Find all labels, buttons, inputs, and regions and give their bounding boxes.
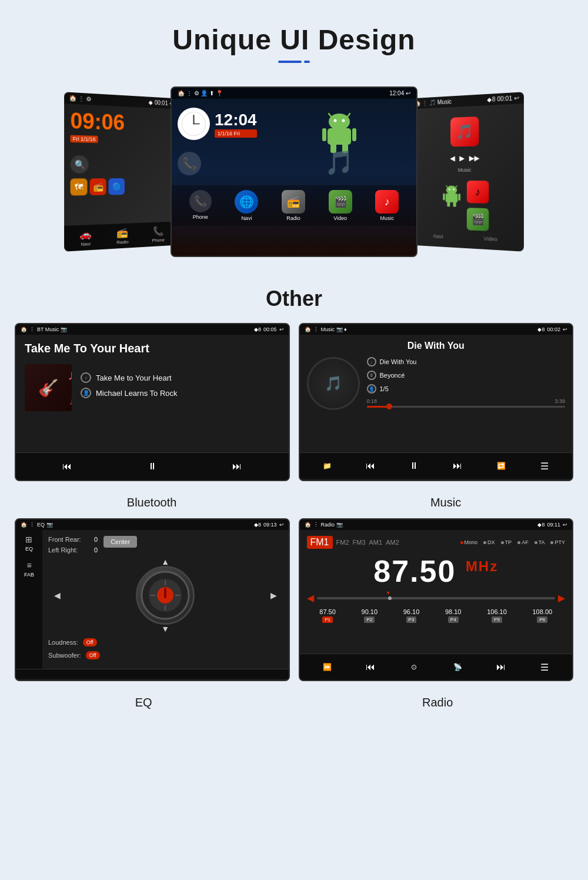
music-prev-button[interactable]: ⏮ (362, 457, 379, 475)
eq-sidebar-fab[interactable]: ≡ FAB (24, 561, 34, 578)
center-app-music[interactable]: ♪ Music (375, 190, 399, 221)
bt-info: ♪ Take Me to Your Heart 👤 Michael Learns… (81, 372, 280, 403)
radio-preset-1[interactable]: 87.50 P1 (319, 608, 336, 623)
center-wifi-icon: ⚙ (194, 90, 199, 96)
eq-top-area: Front Rear: 0 Left Right: 0 Center (48, 536, 283, 557)
knob-down-arrow[interactable]: ▼ (161, 624, 169, 634)
left-search-icon[interactable]: 🔍 (71, 155, 89, 174)
radio-band-fm2[interactable]: FM2 (336, 539, 349, 546)
bt-label: BT Music 📷 (37, 326, 67, 332)
center-app-radio[interactable]: 📻 Radio (282, 190, 305, 221)
nav-item-car[interactable]: 🚗 Navi (79, 228, 91, 247)
radio-label-text: Radio (422, 696, 453, 709)
radio-seek-left[interactable]: ◀ (307, 592, 314, 604)
radio-band-am2[interactable]: AM2 (386, 539, 399, 546)
center-status-bar: 🏠 ⋮ ⚙ 👤 ⬆ 📍 12:04 ↩ (172, 88, 416, 99)
right-prev-icon[interactable]: ◀ (450, 154, 455, 162)
music-progress-thumb (386, 404, 392, 409)
music-album-icon: 🎵 (325, 375, 342, 392)
radio-prev-button[interactable]: ⏮ (362, 658, 379, 676)
right-time: 00:01 (497, 95, 512, 102)
left-day: Fri (73, 136, 79, 142)
bt-prev-button[interactable]: ⏮ (58, 458, 76, 475)
right-video-icon[interactable]: 🎬 (467, 208, 489, 231)
eq-bottom-bar (16, 669, 289, 679)
header-section: Unique UI Design (0, 0, 588, 75)
eq-time: 09:13 (263, 522, 277, 528)
preset-2-freq: 90.10 (362, 608, 378, 615)
nav-item-radio[interactable]: 📻 Radio (116, 227, 128, 245)
navi-app-icon[interactable]: 🗺 (71, 178, 88, 195)
center-app-navi[interactable]: 🌐 Navi (235, 190, 258, 221)
radio-preset-5[interactable]: 106.10 P5 (487, 608, 507, 623)
radio-preset-4[interactable]: 98.10 P4 (445, 608, 462, 623)
music-status-label: Music 📷 ♦ (321, 326, 347, 332)
knob-up-arrow[interactable]: ▲ (161, 557, 169, 566)
center-app-phone[interactable]: 📞 Phone (189, 190, 212, 221)
radio-preset-3[interactable]: 96.10 P3 (403, 608, 420, 623)
radio-band-fm1[interactable]: FM1 (307, 536, 333, 549)
bt-album-art-inner: 🎸 (38, 378, 59, 398)
radio-menu-button[interactable]: ☰ (536, 658, 553, 676)
eq-status-bar: 🏠 ⋮ EQ 📷 ◆8 09:13 ↩ (16, 519, 289, 530)
location-icon: ◆ (149, 99, 153, 105)
left-datestr: 1/1/16 (81, 136, 95, 142)
music-next-button[interactable]: ⏭ (449, 457, 466, 475)
bt-app-icon[interactable]: 🔵 (109, 178, 125, 195)
preset-1-freq: 87.50 (319, 608, 336, 615)
radio-home-button[interactable]: ⊙ (405, 658, 423, 676)
radio-menu-icon: ⋮ (313, 522, 319, 528)
music-status-right: ◆8 00:02 ↩ (537, 326, 567, 332)
radio-preset-6[interactable]: 108.00 P6 (532, 608, 552, 623)
right-next-icon[interactable]: ▶▶ (469, 154, 480, 162)
eq-subwoofer-toggle[interactable]: Off (86, 651, 100, 659)
radio-band-tabs: FM1 FM2 FM3 AM1 AM2 Mono DX TP AF TA PTY (307, 536, 566, 549)
bt-main: Take Me To Your Heart 🎸 ♪ ♫ ♪ Take Me to… (16, 335, 289, 452)
eq-loudness-toggle[interactable]: Off (83, 638, 97, 646)
phone-app[interactable]: 📞 (178, 152, 201, 175)
music-time: 00:02 (547, 326, 560, 332)
eq-back-icon: ↩ (279, 522, 284, 528)
eq-center-button[interactable]: Center (103, 536, 137, 548)
radio-preset-2[interactable]: 90.10 P2 (362, 608, 378, 623)
knob-left-arrow[interactable]: ◀ (54, 591, 61, 600)
preset-4-badge: P4 (448, 616, 459, 623)
knob-right-arrow[interactable]: ▶ (270, 591, 277, 600)
center-app-video[interactable]: 🎬 Video (329, 190, 352, 221)
clock-svg (181, 111, 207, 137)
svg-point-15 (446, 185, 457, 194)
radio-next-button[interactable]: ⏭ (492, 658, 510, 676)
fab-icon: ≡ (26, 561, 31, 570)
music-pause-button[interactable]: ⏸ (405, 457, 423, 475)
radio-opt-pty: PTY (550, 539, 565, 545)
right-menu-icon: ⋮ (422, 100, 427, 106)
bt-pause-button[interactable]: ⏸ (143, 458, 161, 475)
eq-sidebar-eq[interactable]: ⊞ EQ (25, 535, 33, 552)
radio-app-icon[interactable]: 📻 (90, 178, 106, 195)
music-artist-icon: 🎙 (367, 371, 376, 380)
music-repeat-button[interactable]: 🔁 (492, 457, 510, 475)
music-progress-track[interactable] (367, 406, 566, 408)
radio-freq-display: 87.50 MHz (307, 554, 566, 589)
bt-artist-name: Michael Learns To Rock (96, 389, 178, 398)
radio-device-card: 🏠 ⋮ Radio 📷 ◆8 09:11 ↩ FM1 FM2 FM3 AM1 A… (299, 518, 574, 681)
radio-fav-button[interactable]: ⏩ (318, 658, 336, 676)
right-music-icon-2[interactable]: ♪ (467, 181, 489, 204)
right-play-icon[interactable]: ▶ (459, 154, 465, 162)
music-track-title: Die With You (307, 341, 566, 351)
radio-seek-right[interactable]: ▶ (558, 592, 565, 604)
radio-seek-track[interactable]: ▼ (317, 597, 556, 599)
bt-next-button[interactable]: ⏭ (228, 458, 246, 475)
music-track-num: 1/5 (380, 385, 389, 392)
radio-antenna-button[interactable]: 📡 (449, 658, 466, 676)
music-folder-button[interactable]: 📁 (318, 457, 336, 475)
right-nav-labels: Navi Video (415, 232, 519, 246)
nav-item-phone[interactable]: 📞 Phone (152, 225, 165, 243)
center-android-section: 🎵 (269, 108, 410, 176)
music-list-button[interactable]: ☰ (536, 457, 553, 475)
eq-knob[interactable] (136, 566, 195, 625)
radio-band-am1[interactable]: AM1 (369, 539, 383, 546)
radio-band-fm3[interactable]: FM3 (353, 539, 366, 546)
right-music-app-icon[interactable]: 🎵 (450, 116, 479, 146)
right-screen-content: 🎵 ◀ ▶ ▶▶ Music (410, 104, 524, 251)
